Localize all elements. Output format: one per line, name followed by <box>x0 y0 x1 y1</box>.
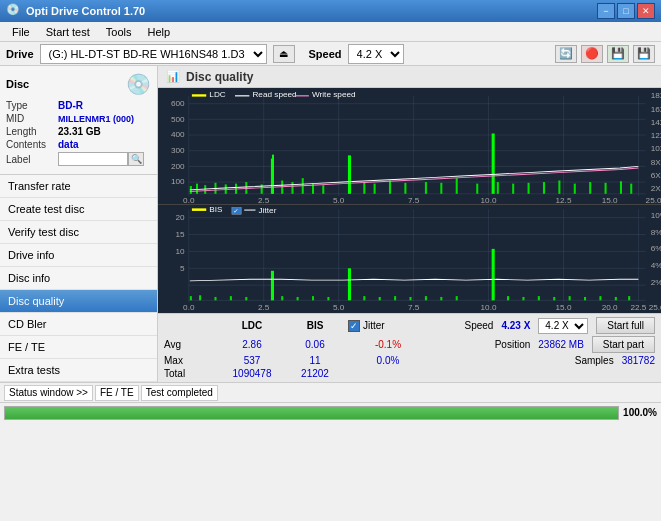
disc-type-label: Type <box>6 100 58 111</box>
sidebar-item-verify-test-disc[interactable]: Verify test disc <box>0 221 157 244</box>
total-bis: 21202 <box>290 368 340 379</box>
menu-start-test[interactable]: Start test <box>38 24 98 40</box>
sidebar-item-transfer-rate[interactable]: Transfer rate <box>0 175 157 198</box>
app-icon: 💿 <box>6 3 22 19</box>
menu-help[interactable]: Help <box>139 24 178 40</box>
minimize-button[interactable]: − <box>597 3 615 19</box>
fe-te-section[interactable]: FE / TE <box>95 385 139 401</box>
sidebar-item-drive-info[interactable]: Drive info <box>0 244 157 267</box>
panel-header-icon: 📊 <box>166 70 180 83</box>
jitter-check[interactable]: ✓ Jitter <box>348 320 428 332</box>
drive-bar: Drive (G:) HL-DT-ST BD-RE WH16NS48 1.D3 … <box>0 42 661 66</box>
svg-rect-126 <box>440 297 442 300</box>
sidebar-item-fe-te[interactable]: FE / TE <box>0 336 157 359</box>
svg-text:12X: 12X <box>651 132 661 140</box>
svg-rect-114 <box>245 297 247 300</box>
ldc-header: LDC <box>222 320 282 331</box>
svg-rect-136 <box>615 297 617 300</box>
svg-rect-63 <box>512 184 514 194</box>
avg-bis: 0.06 <box>290 339 340 350</box>
speed-select[interactable]: 4.2 X <box>348 44 404 64</box>
svg-rect-48 <box>291 182 293 194</box>
disc-label-input[interactable] <box>58 152 128 166</box>
sidebar-item-disc-info[interactable]: Disc info <box>0 267 157 290</box>
disc-contents-value: data <box>58 139 79 150</box>
svg-text:6%: 6% <box>651 245 661 253</box>
total-label: Total <box>164 368 214 379</box>
svg-rect-0 <box>158 88 661 204</box>
app-title: Opti Drive Control 1.70 <box>26 5 597 17</box>
sidebar-item-create-test-disc[interactable]: Create test disc <box>0 198 157 221</box>
svg-text:20.0: 20.0 <box>602 304 618 312</box>
charts-area: 600 500 400 300 200 100 18X 16X 14X 12X … <box>158 88 661 313</box>
jitter-label: Jitter <box>363 320 385 331</box>
panel-header: 📊 Disc quality <box>158 66 661 88</box>
title-bar: 💿 Opti Drive Control 1.70 − □ ✕ <box>0 0 661 22</box>
disc-action-btn2[interactable]: 💾 <box>607 45 629 63</box>
svg-text:22.5: 22.5 <box>630 304 646 312</box>
menu-file[interactable]: File <box>4 24 38 40</box>
save-button[interactable]: 💾 <box>633 45 655 63</box>
progress-bar-inner <box>5 407 618 419</box>
disc-mid-label: MID <box>6 113 58 124</box>
svg-rect-78 <box>158 205 661 313</box>
cd-bler-label: CD Bler <box>8 318 47 330</box>
svg-rect-60 <box>476 184 478 194</box>
stats-bar: LDC BIS ✓ Jitter Speed 4.23 X 4.2 X Star… <box>158 313 661 382</box>
svg-text:10X: 10X <box>651 145 661 153</box>
svg-rect-55 <box>389 180 391 193</box>
start-full-button[interactable]: Start full <box>596 317 655 334</box>
svg-rect-129 <box>507 296 509 300</box>
top-chart: 600 500 400 300 200 100 18X 16X 14X 12X … <box>158 88 661 205</box>
svg-text:2X: 2X <box>651 185 661 193</box>
svg-text:7.5: 7.5 <box>408 304 419 312</box>
svg-rect-122 <box>379 297 381 300</box>
samples-value: 381782 <box>622 355 655 366</box>
svg-rect-57 <box>425 182 427 194</box>
disc-label-icon-btn[interactable]: 🔍 <box>128 152 144 166</box>
svg-rect-54 <box>374 184 376 194</box>
fe-te-label: FE / TE <box>8 341 45 353</box>
disc-label-row: Label 🔍 <box>6 152 151 166</box>
svg-rect-66 <box>558 180 560 193</box>
disc-action-btn1[interactable]: 🔴 <box>581 45 603 63</box>
svg-rect-117 <box>297 297 299 300</box>
svg-text:10%: 10% <box>651 211 661 219</box>
speed-stat-select[interactable]: 4.2 X <box>538 318 588 334</box>
panel-title: Disc quality <box>186 70 253 84</box>
menu-tools[interactable]: Tools <box>98 24 140 40</box>
close-button[interactable]: ✕ <box>637 3 655 19</box>
svg-rect-56 <box>404 183 406 194</box>
disc-section-label: Disc <box>6 78 29 90</box>
svg-text:16X: 16X <box>651 106 661 114</box>
refresh-button[interactable]: 🔄 <box>555 45 577 63</box>
svg-rect-132 <box>553 297 555 300</box>
max-bis: 11 <box>290 355 340 366</box>
svg-rect-128 <box>492 249 495 300</box>
sidebar-item-cd-bler[interactable]: CD Bler <box>0 313 157 336</box>
svg-rect-135 <box>599 296 601 300</box>
svg-text:4%: 4% <box>651 262 661 270</box>
svg-rect-124 <box>410 297 412 300</box>
maximize-button[interactable]: □ <box>617 3 635 19</box>
start-part-button[interactable]: Start part <box>592 336 655 353</box>
status-window-section[interactable]: Status window >> <box>4 385 93 401</box>
svg-text:5.0: 5.0 <box>333 304 344 312</box>
sidebar-item-disc-quality[interactable]: Disc quality <box>0 290 157 313</box>
svg-text:200: 200 <box>171 163 185 171</box>
svg-text:10: 10 <box>176 248 185 256</box>
test-completed-section: Test completed <box>141 385 218 401</box>
samples-label: Samples <box>575 355 614 366</box>
eject-button[interactable]: ⏏ <box>273 45 295 63</box>
drive-label: Drive <box>6 48 34 60</box>
sidebar: Disc 💿 Type BD-R MID MILLENMR1 (000) Len… <box>0 66 158 382</box>
sidebar-item-extra-tests[interactable]: Extra tests <box>0 359 157 382</box>
disc-mid-row: MID MILLENMR1 (000) <box>6 113 151 124</box>
jitter-checkbox[interactable]: ✓ <box>348 320 360 332</box>
bottom-chart-svg: 20 15 10 5 10% 8% 6% 4% 2% 0.0 2.5 5.0 7… <box>158 205 661 313</box>
svg-text:2.5: 2.5 <box>258 304 269 312</box>
svg-rect-51 <box>322 185 324 194</box>
drive-select[interactable]: (G:) HL-DT-ST BD-RE WH16NS48 1.D3 <box>40 44 267 64</box>
svg-rect-121 <box>363 296 365 300</box>
svg-rect-46 <box>272 155 274 194</box>
